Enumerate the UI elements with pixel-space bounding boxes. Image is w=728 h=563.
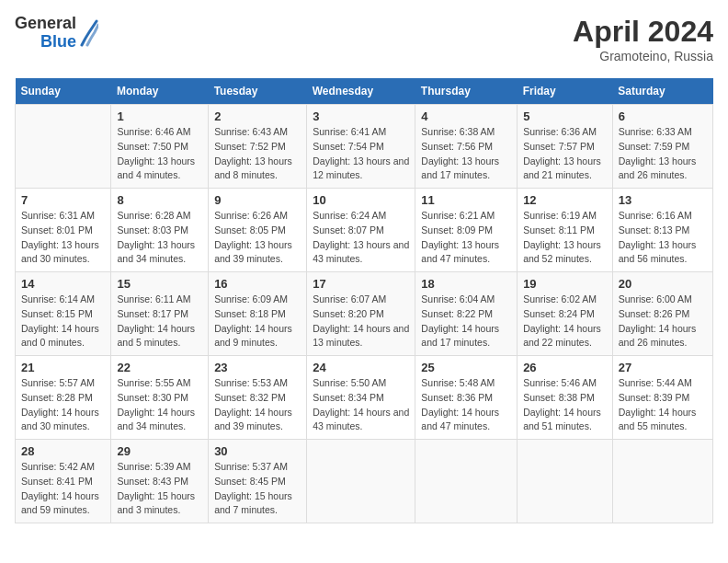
day-number: 9 — [214, 193, 301, 207]
logo-blue: Blue — [40, 33, 76, 52]
day-number: 18 — [421, 277, 511, 291]
calendar-cell — [518, 440, 613, 523]
header-monday: Monday — [111, 78, 209, 105]
calendar-cell: 22Sunrise: 5:55 AMSunset: 8:30 PMDayligh… — [111, 356, 209, 440]
calendar-cell: 3Sunrise: 6:41 AMSunset: 7:54 PMDaylight… — [307, 105, 415, 189]
title-area: April 2024 Gramoteino, Russia — [573, 15, 713, 63]
day-info: Sunrise: 6:46 AMSunset: 7:50 PMDaylight:… — [117, 125, 202, 183]
day-number: 27 — [619, 361, 707, 374]
day-info: Sunrise: 5:57 AMSunset: 8:28 PMDaylight:… — [21, 376, 105, 434]
day-number: 2 — [214, 109, 301, 123]
day-number: 28 — [21, 444, 105, 458]
logo-general: General — [15, 15, 76, 33]
calendar-cell: 28Sunrise: 5:42 AMSunset: 8:41 PMDayligh… — [16, 440, 111, 523]
day-number: 7 — [21, 193, 105, 207]
calendar-cell — [415, 440, 518, 523]
day-number: 13 — [619, 193, 707, 207]
day-info: Sunrise: 5:46 AMSunset: 8:38 PMDaylight:… — [523, 376, 607, 434]
day-number: 1 — [117, 109, 202, 123]
day-info: Sunrise: 6:11 AMSunset: 8:17 PMDaylight:… — [117, 293, 202, 350]
calendar-title: April 2024 — [573, 15, 713, 49]
calendar-cell: 10Sunrise: 6:24 AMSunset: 8:07 PMDayligh… — [307, 189, 415, 272]
day-number: 15 — [117, 277, 202, 291]
calendar-subtitle: Gramoteino, Russia — [573, 49, 713, 63]
day-number: 24 — [313, 361, 409, 374]
day-info: Sunrise: 5:44 AMSunset: 8:39 PMDaylight:… — [619, 376, 707, 434]
header-saturday: Saturday — [612, 78, 712, 105]
calendar-cell: 25Sunrise: 5:48 AMSunset: 8:36 PMDayligh… — [415, 356, 518, 440]
week-row-3: 14Sunrise: 6:14 AMSunset: 8:15 PMDayligh… — [16, 272, 713, 356]
day-info: Sunrise: 6:19 AMSunset: 8:11 PMDaylight:… — [523, 209, 607, 267]
day-info: Sunrise: 6:36 AMSunset: 7:57 PMDaylight:… — [523, 125, 607, 183]
calendar-cell: 24Sunrise: 5:50 AMSunset: 8:34 PMDayligh… — [307, 356, 415, 440]
day-info: Sunrise: 5:55 AMSunset: 8:30 PMDaylight:… — [117, 376, 202, 434]
day-info: Sunrise: 6:16 AMSunset: 8:13 PMDaylight:… — [619, 209, 707, 267]
day-info: Sunrise: 6:21 AMSunset: 8:09 PMDaylight:… — [421, 209, 511, 267]
logo: General Blue — [15, 15, 98, 52]
day-number: 4 — [421, 109, 511, 123]
header-tuesday: Tuesday — [209, 78, 307, 105]
day-info: Sunrise: 6:26 AMSunset: 8:05 PMDaylight:… — [214, 209, 301, 267]
day-number: 23 — [214, 361, 301, 374]
calendar-cell: 16Sunrise: 6:09 AMSunset: 8:18 PMDayligh… — [209, 272, 307, 356]
calendar-cell: 15Sunrise: 6:11 AMSunset: 8:17 PMDayligh… — [111, 272, 209, 356]
day-info: Sunrise: 6:28 AMSunset: 8:03 PMDaylight:… — [117, 209, 202, 267]
day-number: 19 — [523, 277, 607, 291]
calendar-cell: 21Sunrise: 5:57 AMSunset: 8:28 PMDayligh… — [16, 356, 111, 440]
day-number: 5 — [523, 109, 607, 123]
day-number: 20 — [619, 277, 707, 291]
calendar-cell: 5Sunrise: 6:36 AMSunset: 7:57 PMDaylight… — [518, 105, 613, 189]
day-number: 17 — [313, 277, 409, 291]
calendar-cell: 19Sunrise: 6:02 AMSunset: 8:24 PMDayligh… — [518, 272, 613, 356]
calendar-cell: 11Sunrise: 6:21 AMSunset: 8:09 PMDayligh… — [415, 189, 518, 272]
day-info: Sunrise: 6:43 AMSunset: 7:52 PMDaylight:… — [214, 125, 301, 183]
day-number: 11 — [421, 193, 511, 207]
day-number: 29 — [117, 444, 202, 458]
day-info: Sunrise: 5:50 AMSunset: 8:34 PMDaylight:… — [313, 376, 409, 434]
day-number: 21 — [21, 361, 105, 374]
logo-wave-icon — [78, 19, 98, 47]
calendar-cell: 29Sunrise: 5:39 AMSunset: 8:43 PMDayligh… — [111, 440, 209, 523]
calendar-cell: 1Sunrise: 6:46 AMSunset: 7:50 PMDaylight… — [111, 105, 209, 189]
calendar-cell: 9Sunrise: 6:26 AMSunset: 8:05 PMDaylight… — [209, 189, 307, 272]
day-info: Sunrise: 5:37 AMSunset: 8:45 PMDaylight:… — [214, 460, 301, 518]
calendar-cell: 8Sunrise: 6:28 AMSunset: 8:03 PMDaylight… — [111, 189, 209, 272]
calendar-cell: 17Sunrise: 6:07 AMSunset: 8:20 PMDayligh… — [307, 272, 415, 356]
day-info: Sunrise: 6:31 AMSunset: 8:01 PMDaylight:… — [21, 209, 105, 267]
calendar-table: SundayMondayTuesdayWednesdayThursdayFrid… — [15, 78, 713, 523]
day-info: Sunrise: 6:00 AMSunset: 8:26 PMDaylight:… — [619, 293, 707, 350]
calendar-cell — [307, 440, 415, 523]
header-sunday: Sunday — [16, 78, 111, 105]
day-number: 16 — [214, 277, 301, 291]
day-number: 6 — [619, 109, 707, 123]
calendar-cell: 7Sunrise: 6:31 AMSunset: 8:01 PMDaylight… — [16, 189, 111, 272]
day-info: Sunrise: 6:24 AMSunset: 8:07 PMDaylight:… — [313, 209, 409, 267]
day-info: Sunrise: 5:42 AMSunset: 8:41 PMDaylight:… — [21, 460, 105, 518]
calendar-cell: 6Sunrise: 6:33 AMSunset: 7:59 PMDaylight… — [612, 105, 712, 189]
header-wednesday: Wednesday — [307, 78, 415, 105]
calendar-cell: 4Sunrise: 6:38 AMSunset: 7:56 PMDaylight… — [415, 105, 518, 189]
calendar-cell: 27Sunrise: 5:44 AMSunset: 8:39 PMDayligh… — [612, 356, 712, 440]
day-info: Sunrise: 6:41 AMSunset: 7:54 PMDaylight:… — [313, 125, 409, 183]
day-number: 12 — [523, 193, 607, 207]
day-info: Sunrise: 5:48 AMSunset: 8:36 PMDaylight:… — [421, 376, 511, 434]
day-number: 30 — [214, 444, 301, 458]
day-number: 8 — [117, 193, 202, 207]
calendar-cell — [612, 440, 712, 523]
day-info: Sunrise: 5:53 AMSunset: 8:32 PMDaylight:… — [214, 376, 301, 434]
day-number: 25 — [421, 361, 511, 374]
week-row-1: 1Sunrise: 6:46 AMSunset: 7:50 PMDaylight… — [16, 105, 713, 189]
calendar-cell: 2Sunrise: 6:43 AMSunset: 7:52 PMDaylight… — [209, 105, 307, 189]
calendar-cell: 14Sunrise: 6:14 AMSunset: 8:15 PMDayligh… — [16, 272, 111, 356]
day-number: 22 — [117, 361, 202, 374]
calendar-cell: 13Sunrise: 6:16 AMSunset: 8:13 PMDayligh… — [612, 189, 712, 272]
day-number: 10 — [313, 193, 409, 207]
calendar-cell: 12Sunrise: 6:19 AMSunset: 8:11 PMDayligh… — [518, 189, 613, 272]
calendar-cell — [16, 105, 111, 189]
day-info: Sunrise: 6:33 AMSunset: 7:59 PMDaylight:… — [619, 125, 707, 183]
day-info: Sunrise: 6:02 AMSunset: 8:24 PMDaylight:… — [523, 293, 607, 350]
day-info: Sunrise: 6:09 AMSunset: 8:18 PMDaylight:… — [214, 293, 301, 350]
day-info: Sunrise: 6:14 AMSunset: 8:15 PMDaylight:… — [21, 293, 105, 350]
week-row-4: 21Sunrise: 5:57 AMSunset: 8:28 PMDayligh… — [16, 356, 713, 440]
week-row-2: 7Sunrise: 6:31 AMSunset: 8:01 PMDaylight… — [16, 189, 713, 272]
